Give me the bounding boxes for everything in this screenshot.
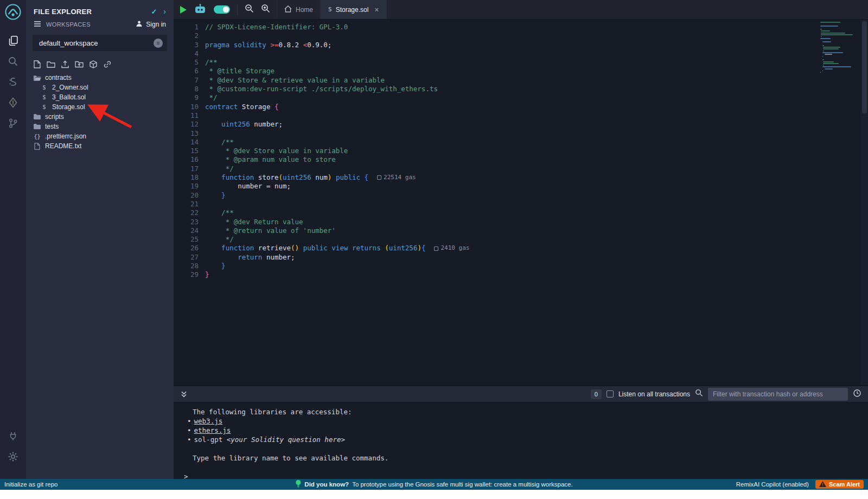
sidebar-settings-button[interactable] xyxy=(0,447,26,468)
sidebar-deploy-run-button[interactable] xyxy=(0,93,26,114)
code-line[interactable]: * @return value of 'number' xyxy=(205,226,816,235)
create-folder-button[interactable] xyxy=(47,61,55,68)
code-editor[interactable]: 1234567891011121314151617181920212223242… xyxy=(174,20,868,386)
minimap[interactable] xyxy=(820,22,857,74)
code-line[interactable]: */ xyxy=(205,93,816,102)
zoom-in-button[interactable] xyxy=(261,4,270,15)
remix-ai-icon[interactable] xyxy=(194,4,207,16)
file-tree-item[interactable]: {}.prettierrc.json xyxy=(26,131,174,141)
code-content[interactable]: // SPDX-License-Identifier: GPL-3.0 prag… xyxy=(205,23,816,280)
line-number[interactable]: 2 xyxy=(174,31,199,40)
file-tree-item[interactable]: SStorage.sol xyxy=(26,102,174,112)
code-line[interactable]: * @custom:dev-run-script ./scripts/deplo… xyxy=(205,85,816,93)
line-number[interactable]: 27 xyxy=(174,253,199,262)
upload-file-button[interactable] xyxy=(61,60,69,68)
line-number[interactable]: 26 xyxy=(174,244,199,252)
code-line[interactable] xyxy=(205,49,816,58)
file-tree-item[interactable]: S2_Owner.sol xyxy=(26,83,174,92)
create-file-button[interactable] xyxy=(34,60,41,68)
code-line[interactable]: function store(uint256 num) public {2251… xyxy=(205,173,816,182)
code-line[interactable]: * @dev Store & retrieve value in a varia… xyxy=(205,76,816,85)
code-line[interactable]: uint256 number; xyxy=(205,120,816,129)
code-line[interactable]: * @dev Return value xyxy=(205,218,816,226)
line-number[interactable]: 3 xyxy=(174,41,199,49)
sidebar-solidity-compiler-button[interactable] xyxy=(0,73,26,93)
file-tree-item[interactable]: tests xyxy=(26,122,174,131)
line-number[interactable]: 15 xyxy=(174,147,199,155)
sign-in-button[interactable]: Sign in xyxy=(136,20,166,29)
shareable-link-button[interactable] xyxy=(103,60,112,68)
upload-folder-button[interactable] xyxy=(75,60,84,68)
code-line[interactable] xyxy=(205,129,816,138)
panel-chevron-right-icon[interactable]: › xyxy=(163,7,166,16)
line-number[interactable]: 16 xyxy=(174,155,199,164)
line-number[interactable]: 14 xyxy=(174,138,199,147)
workspace-options-icon[interactable]: ≡ xyxy=(154,39,163,48)
code-line[interactable]: } xyxy=(205,270,816,279)
git-init-button[interactable]: Initialize as git repo xyxy=(4,481,58,488)
code-line[interactable]: */ xyxy=(205,165,816,173)
line-number[interactable]: 6 xyxy=(174,67,199,75)
code-line[interactable]: contract Storage { xyxy=(205,103,816,111)
tab-home[interactable]: Home xyxy=(277,0,321,19)
code-line[interactable] xyxy=(205,111,816,120)
line-number[interactable]: 8 xyxy=(174,85,199,93)
code-line[interactable] xyxy=(205,31,816,40)
line-number[interactable]: 22 xyxy=(174,209,199,217)
sidebar-plugin-manager-button[interactable] xyxy=(0,427,26,447)
scrollbar-thumb[interactable] xyxy=(862,21,867,113)
code-line[interactable]: */ xyxy=(205,235,816,244)
line-number[interactable]: 13 xyxy=(174,129,199,138)
file-tree-item[interactable]: README.txt xyxy=(26,141,174,151)
sidebar-git-button[interactable] xyxy=(0,114,26,135)
sidebar-search-button[interactable] xyxy=(0,52,26,73)
line-number[interactable]: 7 xyxy=(174,76,199,85)
code-line[interactable]: function retrieve() public view returns … xyxy=(205,244,816,252)
terminal-expand-icon[interactable] xyxy=(180,390,188,398)
code-line[interactable]: * @param num value to store xyxy=(205,155,816,164)
line-number[interactable]: 17 xyxy=(174,165,199,173)
code-line[interactable]: /** xyxy=(205,58,816,67)
sidebar-file-explorer-button[interactable] xyxy=(0,31,26,52)
code-line[interactable]: } xyxy=(205,191,816,200)
file-tree-item[interactable]: contracts xyxy=(26,73,174,83)
line-number[interactable]: 19 xyxy=(174,182,199,191)
remix-logo-icon[interactable] xyxy=(4,3,22,23)
workspace-selector[interactable]: default_workspace ≡ xyxy=(33,35,167,51)
code-line[interactable] xyxy=(205,200,816,209)
file-tree-item[interactable]: scripts xyxy=(26,112,174,122)
line-number[interactable]: 4 xyxy=(174,49,199,58)
copilot-toggle[interactable] xyxy=(214,5,230,14)
line-number[interactable]: 10 xyxy=(174,103,199,111)
tab-storage-sol[interactable]: S Storage.sol × xyxy=(321,0,387,19)
line-number[interactable]: 21 xyxy=(174,200,199,209)
code-line[interactable]: // SPDX-License-Identifier: GPL-3.0 xyxy=(205,23,816,31)
close-tab-icon[interactable]: × xyxy=(374,5,379,14)
line-number[interactable]: 23 xyxy=(174,218,199,226)
line-number[interactable]: 25 xyxy=(174,235,199,244)
line-number[interactable]: 9 xyxy=(174,93,199,102)
transaction-filter-input[interactable] xyxy=(708,388,848,401)
line-number[interactable]: 18 xyxy=(174,173,199,182)
line-number[interactable]: 11 xyxy=(174,111,199,120)
line-number[interactable]: 12 xyxy=(174,120,199,129)
line-number[interactable]: 28 xyxy=(174,262,199,270)
code-line[interactable]: pragma solidity >=0.8.2 <0.9.0; xyxy=(205,41,816,49)
code-line[interactable]: * @title Storage xyxy=(205,67,816,75)
terminal-link[interactable]: web3.js xyxy=(194,417,223,425)
line-number[interactable]: 24 xyxy=(174,226,199,235)
code-line[interactable]: /** xyxy=(205,209,816,217)
code-line[interactable]: } xyxy=(205,262,816,270)
code-line[interactable]: /** xyxy=(205,138,816,147)
line-number[interactable]: 5 xyxy=(174,58,199,67)
line-number[interactable]: 29 xyxy=(174,270,199,279)
zoom-out-button[interactable] xyxy=(245,4,254,15)
terminal-output[interactable]: The following libraries are accessible:•… xyxy=(174,402,868,479)
terminal-link[interactable]: ethers.js xyxy=(194,426,231,434)
editor-scrollbar[interactable] xyxy=(860,20,868,386)
code-line[interactable]: return number; xyxy=(205,253,816,262)
publish-to-ipfs-button[interactable] xyxy=(90,60,97,68)
file-tree-item[interactable]: S3_Ballot.sol xyxy=(26,92,174,102)
line-number[interactable]: 1 xyxy=(174,23,199,31)
code-line[interactable]: number = num; xyxy=(205,182,816,191)
